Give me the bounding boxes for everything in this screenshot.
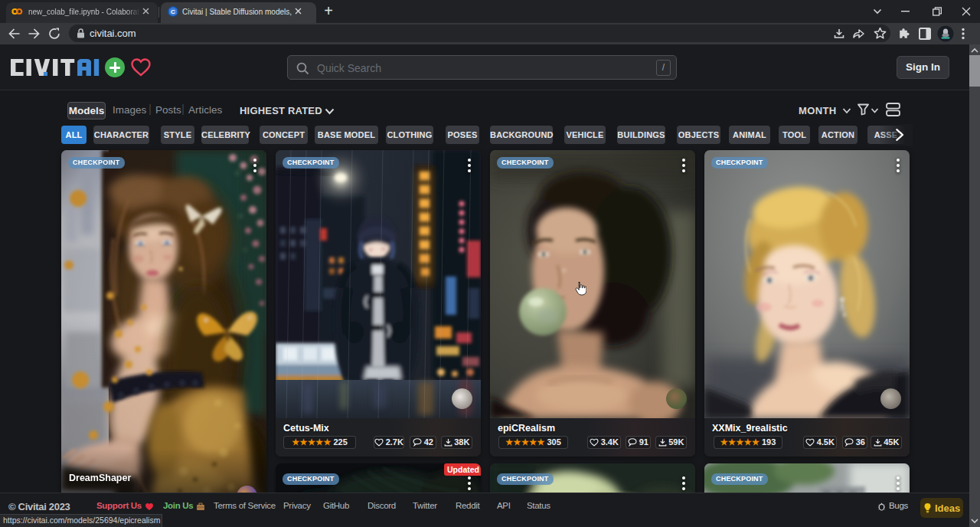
svg-text:C: C — [171, 8, 175, 15]
